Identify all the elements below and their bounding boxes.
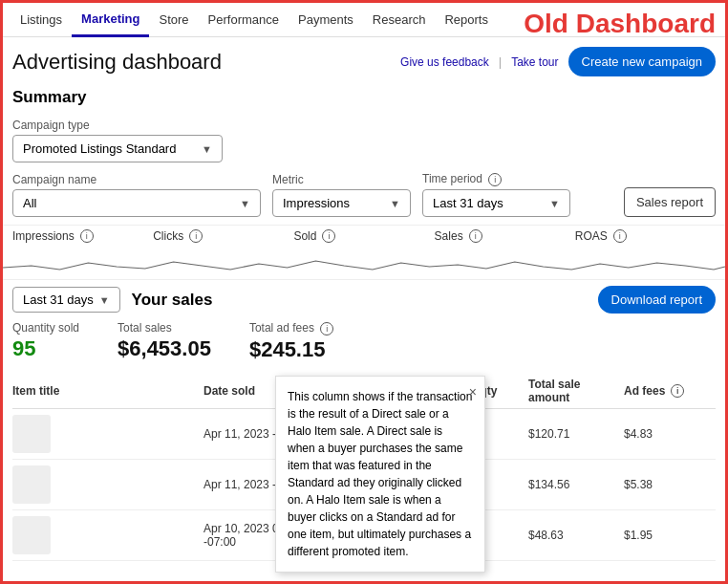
create-campaign-button[interactable]: Create new campaign bbox=[568, 47, 716, 76]
chevron-down-icon-4: ▼ bbox=[549, 198, 560, 209]
nav-listings[interactable]: Listings bbox=[11, 3, 72, 37]
metric-value: Impressions bbox=[283, 196, 350, 210]
nav-research[interactable]: Research bbox=[363, 3, 436, 37]
your-sales-time-value: Last 31 days bbox=[23, 292, 94, 307]
row3-item-image bbox=[12, 516, 51, 554]
feedback-link[interactable]: Give us feedback bbox=[400, 55, 489, 69]
ad-fees-col-info-icon[interactable]: i bbox=[671, 384, 684, 398]
metric-roas: ROAS i bbox=[575, 229, 716, 243]
metric-group: Metric Impressions ▼ bbox=[272, 173, 411, 217]
row2-item-title bbox=[12, 465, 203, 504]
filters-row: Campaign name All ▼ Metric Impressions ▼… bbox=[3, 168, 725, 225]
header: Advertising dashboard Give us feedback |… bbox=[3, 37, 725, 82]
campaign-type-dropdown[interactable]: Promoted Listings Standard ▼ bbox=[12, 135, 223, 162]
campaign-name-dropdown[interactable]: All ▼ bbox=[12, 189, 261, 217]
row3-item-title bbox=[12, 516, 203, 554]
your-sales-time-dropdown[interactable]: Last 31 days ▼ bbox=[12, 287, 120, 313]
summary-section: Summary bbox=[3, 82, 725, 119]
row1-item-title bbox=[12, 415, 203, 453]
sales-info-icon[interactable]: i bbox=[469, 229, 482, 243]
ad-fees-info-icon[interactable]: i bbox=[320, 322, 333, 335]
campaign-type-value: Promoted Listings Standard bbox=[23, 141, 176, 156]
total-sales-value: $6,453.05 bbox=[118, 336, 211, 361]
total-ad-fees-stat: Total ad fees i $245.15 bbox=[249, 321, 333, 362]
col-total-sale: Total sale amount bbox=[528, 378, 624, 404]
campaign-type-row: Campaign type Promoted Listings Standard… bbox=[3, 119, 725, 168]
chart-area bbox=[3, 247, 725, 280]
metric-clicks: Clicks i bbox=[153, 229, 293, 243]
campaign-name-value: All bbox=[23, 196, 36, 210]
row1-ad-fees: $4.83 bbox=[624, 427, 700, 441]
quantity-sold-stat: Quantity sold 95 bbox=[12, 321, 79, 361]
time-period-value: Last 31 days bbox=[433, 196, 503, 210]
your-sales-section: Last 31 days ▼ Your sales Download repor… bbox=[3, 280, 725, 374]
time-period-info-icon[interactable]: i bbox=[488, 173, 502, 186]
nav-performance[interactable]: Performance bbox=[199, 3, 289, 37]
sales-stats: Quantity sold 95 Total sales $6,453.05 T… bbox=[12, 321, 716, 362]
metric-label: Metric bbox=[272, 173, 411, 186]
row2-total-sale: $134.56 bbox=[528, 478, 624, 491]
total-ad-fees-value: $245.15 bbox=[249, 337, 333, 362]
chevron-down-icon-2: ▼ bbox=[240, 198, 250, 209]
metrics-row: Impressions i Clicks i Sold i Sales i RO… bbox=[3, 225, 725, 247]
tooltip-close-button[interactable]: × bbox=[469, 382, 477, 402]
total-sales-label: Total sales bbox=[118, 321, 211, 335]
download-report-button[interactable]: Download report bbox=[598, 286, 716, 314]
row3-ad-fees: $1.95 bbox=[624, 529, 700, 542]
top-nav: Listings Marketing Store Performance Pay… bbox=[3, 3, 725, 37]
nav-marketing[interactable]: Marketing bbox=[72, 3, 149, 37]
sales-chart bbox=[3, 249, 725, 277]
divider: | bbox=[499, 54, 502, 69]
chevron-down-icon-5: ▼ bbox=[99, 294, 110, 306]
row1-total-sale: $120.71 bbox=[528, 427, 624, 441]
row2-item-image bbox=[12, 465, 51, 504]
sale-type-tooltip: × This column shows if the transaction i… bbox=[275, 376, 485, 573]
campaign-type-label: Campaign type bbox=[12, 119, 716, 132]
nav-payments[interactable]: Payments bbox=[289, 3, 363, 37]
page-title: Advertising dashboard bbox=[12, 50, 222, 75]
clicks-info-icon[interactable]: i bbox=[189, 229, 203, 243]
nav-store[interactable]: Store bbox=[149, 3, 198, 37]
total-ad-fees-label: Total ad fees i bbox=[249, 321, 333, 335]
row3-total-sale: $48.63 bbox=[528, 529, 624, 542]
your-sales-header: Last 31 days ▼ Your sales Download repor… bbox=[12, 286, 716, 314]
tooltip-text: This column shows if the transaction is … bbox=[288, 390, 472, 558]
quantity-sold-value: 95 bbox=[12, 336, 79, 361]
col-ad-fees: Ad fees i bbox=[624, 384, 700, 398]
your-sales-title: Your sales bbox=[132, 291, 213, 310]
impressions-info-icon[interactable]: i bbox=[80, 229, 94, 243]
nav-reports[interactable]: Reports bbox=[435, 3, 498, 37]
metric-dropdown[interactable]: Impressions ▼ bbox=[272, 189, 411, 217]
quantity-sold-label: Quantity sold bbox=[12, 321, 79, 335]
header-actions: Give us feedback | Take tour Create new … bbox=[400, 47, 716, 76]
campaign-name-group: Campaign name All ▼ bbox=[12, 173, 261, 217]
sold-info-icon[interactable]: i bbox=[322, 229, 335, 243]
metric-impressions: Impressions i bbox=[12, 229, 153, 243]
campaign-name-label: Campaign name bbox=[12, 173, 261, 186]
old-dashboard-banner: Old Dashboard bbox=[524, 9, 716, 39]
total-sales-stat: Total sales $6,453.05 bbox=[118, 321, 211, 361]
col-item-title: Item title bbox=[12, 384, 203, 398]
time-period-label: Time period i bbox=[422, 172, 570, 186]
summary-title: Summary bbox=[12, 88, 716, 107]
roas-info-icon[interactable]: i bbox=[613, 229, 627, 243]
metric-sold: Sold i bbox=[293, 229, 434, 243]
chevron-down-icon: ▼ bbox=[202, 143, 212, 155]
metric-sales: Sales i bbox=[435, 229, 575, 243]
time-period-dropdown[interactable]: Last 31 days ▼ bbox=[422, 189, 570, 217]
take-tour-link[interactable]: Take tour bbox=[511, 55, 558, 69]
chevron-down-icon-3: ▼ bbox=[390, 198, 400, 209]
row2-ad-fees: $5.38 bbox=[624, 478, 700, 491]
row1-item-image bbox=[12, 415, 51, 453]
time-period-group: Time period i Last 31 days ▼ bbox=[422, 172, 570, 217]
sales-report-button[interactable]: Sales report bbox=[624, 187, 716, 217]
